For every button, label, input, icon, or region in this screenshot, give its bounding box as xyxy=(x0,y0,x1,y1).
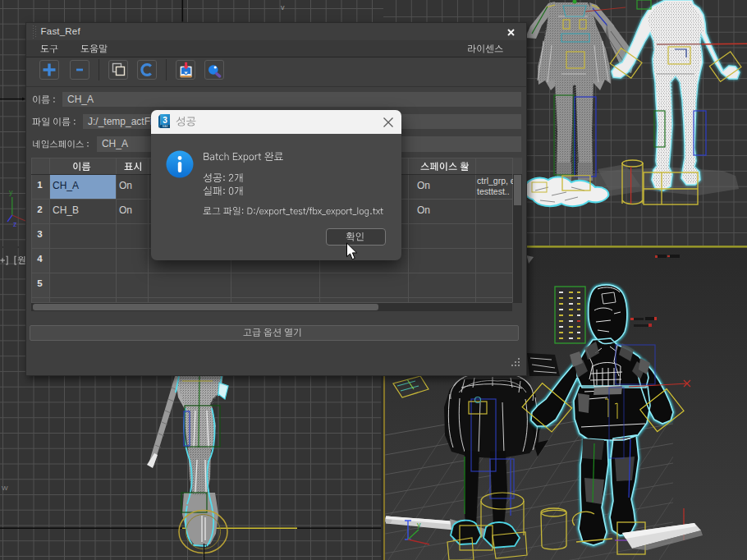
svg-text:y: y xyxy=(417,521,421,529)
svg-text:z: z xyxy=(13,220,17,228)
svg-text:MAX: MAX xyxy=(163,125,169,128)
svg-text:y: y xyxy=(9,188,13,196)
svg-text:W: W xyxy=(2,484,8,492)
svg-text:3: 3 xyxy=(163,116,167,125)
svg-text:v: v xyxy=(281,3,285,11)
